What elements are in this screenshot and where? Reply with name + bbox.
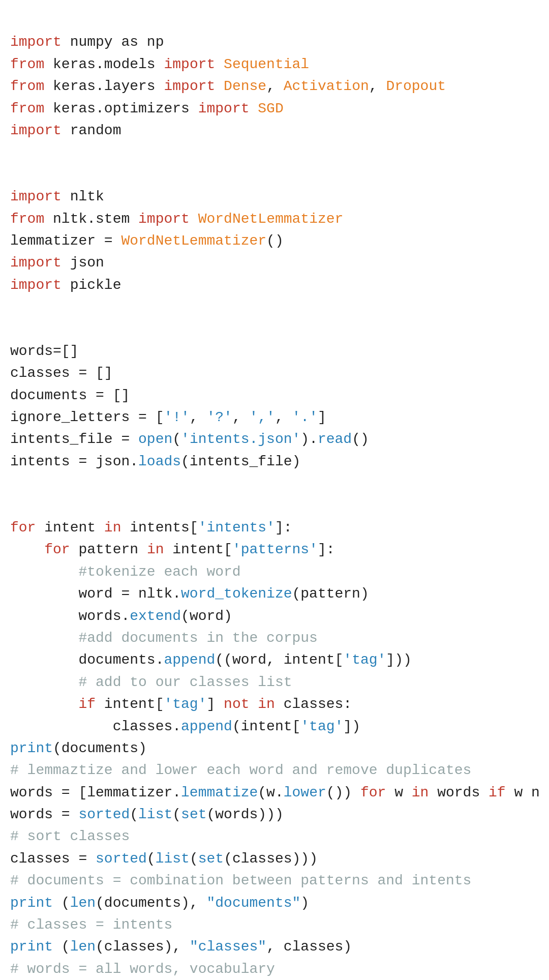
line-6 — [10, 144, 19, 160]
line-36: words = sorted(list(set(words))) — [10, 807, 284, 822]
line-34: # lemmaztize and lower each word and rem… — [10, 762, 471, 778]
code-editor: import numpy as np from keras.models imp… — [10, 9, 539, 980]
line-42: print (len(classes), "classes", classes) — [10, 939, 352, 955]
line-26: word = nltk.word_tokenize(pattern) — [10, 586, 369, 602]
line-16: classes = [] — [10, 365, 113, 381]
line-24: for pattern in intent['patterns']: — [10, 542, 335, 557]
line-30: # add to our classes list — [10, 674, 292, 690]
line-17: documents = [] — [10, 388, 130, 403]
line-19: intents_file = open('intents.json').read… — [10, 431, 369, 447]
line-5: import random — [10, 123, 121, 138]
line-32: classes.append(intent['tag']) — [10, 719, 360, 734]
line-3: from keras.layers import Dense, Activati… — [10, 78, 446, 94]
line-4: from keras.optimizers import SGD — [10, 101, 284, 116]
line-28: #add documents in the corpus — [10, 630, 318, 646]
line-37: # sort classes — [10, 828, 130, 844]
line-20: intents = json.loads(intents_file) — [10, 454, 300, 469]
line-15: words=[] — [10, 343, 78, 359]
line-25: #tokenize each word — [10, 564, 241, 580]
line-27: words.extend(word) — [10, 608, 232, 624]
line-14 — [10, 321, 19, 337]
line-18: ignore_letters = ['!', '?', ',', '.'] — [10, 409, 326, 425]
line-12: import pickle — [10, 277, 121, 293]
line-39: # documents = combination between patter… — [10, 873, 471, 888]
line-2: from keras.models import Sequential — [10, 56, 309, 72]
line-7 — [10, 167, 19, 183]
line-29: documents.append((word, intent['tag'])) — [10, 652, 412, 668]
line-38: classes = sorted(list(set(classes))) — [10, 851, 318, 867]
line-21 — [10, 476, 19, 491]
line-41: # classes = intents — [10, 917, 172, 933]
line-22 — [10, 498, 19, 514]
line-8: import nltk — [10, 189, 104, 204]
line-43: # words = all words, vocabulary — [10, 961, 275, 977]
line-13 — [10, 299, 19, 315]
line-1: import numpy as np — [10, 34, 164, 50]
line-40: print (len(documents), "documents") — [10, 895, 309, 911]
line-11: import json — [10, 255, 104, 271]
line-9: from nltk.stem import WordNetLemmatizer — [10, 211, 343, 227]
line-33: print(documents) — [10, 740, 147, 756]
line-10: lemmatizer = WordNetLemmatizer() — [10, 233, 284, 249]
line-35: words = [lemmatizer.lemmatize(w.lower())… — [10, 785, 540, 800]
line-31: if intent['tag'] not in classes: — [10, 696, 352, 712]
line-23: for intent in intents['intents']: — [10, 520, 292, 536]
